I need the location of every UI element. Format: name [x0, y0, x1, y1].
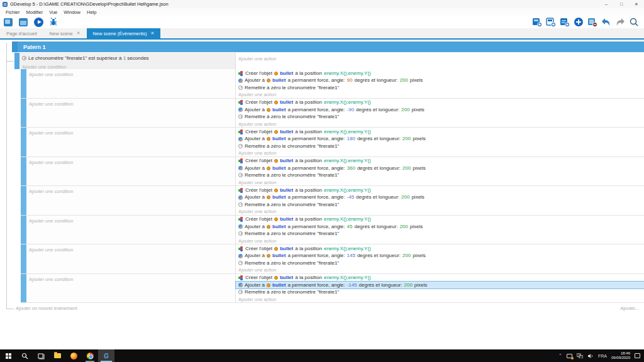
add-subevent-icon[interactable] [546, 17, 556, 27]
debug-icon[interactable] [48, 17, 58, 27]
action-create-object[interactable]: Créer l'objet bullet à la position enemy… [236, 158, 644, 165]
add-event-icon[interactable] [532, 17, 542, 27]
volume-icon[interactable] [587, 353, 594, 359]
add-condition-link[interactable]: Ajouter une condition [26, 99, 235, 107]
action-reset-timer[interactable]: Remettre à zéro le chronomètre "firerate… [236, 172, 644, 178]
add-action-link[interactable]: Ajouter une action [236, 150, 644, 156]
chrome-button[interactable] [82, 349, 98, 362]
redo-icon[interactable] [615, 17, 625, 27]
add-action-link[interactable]: Ajouter une action [236, 208, 644, 215]
conditions-cell[interactable]: Ajouter une condition [26, 244, 236, 273]
add-action-link[interactable]: Ajouter une action [236, 121, 644, 128]
event-drag-handle[interactable] [21, 244, 26, 273]
actions-cell[interactable]: Ajouter une action [236, 53, 644, 69]
conditions-cell[interactable]: Ajouter une condition [26, 186, 236, 215]
close-button[interactable]: ✕ [629, 0, 644, 8]
menu-help[interactable]: Help [84, 9, 99, 15]
delete-event-icon[interactable] [587, 17, 597, 27]
menu-vue[interactable]: Vue [46, 9, 60, 15]
clock[interactable]: 18:46 09/09/2020 [611, 351, 630, 360]
gdevelop-taskbar-button[interactable]: G [98, 349, 114, 362]
action-add-force[interactable]: Ajouter à bullet a permanent force, angl… [236, 135, 644, 142]
add-condition-link[interactable]: Ajouter une condition [26, 128, 235, 136]
language-indicator[interactable]: FRA [598, 354, 607, 358]
action-reset-timer[interactable]: Remettre à zéro le chronomètre "firerate… [236, 113, 644, 120]
add-condition-link[interactable]: Ajouter une condition [26, 186, 235, 195]
action-reset-timer[interactable]: Remettre à zéro le chronomètre "firerate… [236, 288, 644, 295]
action-create-object[interactable]: Créer l'objet bullet à la position enemy… [236, 245, 644, 252]
tab-close-icon[interactable]: ✕ [150, 31, 154, 36]
firefox-button[interactable] [65, 349, 82, 362]
add-condition-link[interactable]: Ajouter une condition [26, 274, 235, 283]
add-event-link[interactable]: Ajouter un nouvel évènement [16, 305, 77, 311]
add-comment-icon[interactable] [560, 17, 570, 27]
conditions-cell[interactable]: Ajouter une condition [26, 216, 236, 244]
tab-new-scene-events[interactable]: New scene (Évènements) ✕ [87, 28, 161, 38]
event-drag-handle[interactable] [21, 157, 26, 186]
search-icon[interactable] [629, 17, 639, 27]
add-condition-link[interactable]: Ajouter une condition [26, 69, 235, 78]
action-add-force[interactable]: Ajouter à bullet a permanent force, angl… [236, 106, 644, 113]
conditions-cell[interactable]: Ajouter une condition [26, 274, 236, 303]
add-circle-icon[interactable] [574, 17, 584, 27]
event-drag-handle[interactable] [21, 99, 26, 128]
conditions-cell[interactable]: Ajouter une condition [26, 99, 236, 128]
action-create-object[interactable]: Créer l'objet bullet à la position enemy… [236, 216, 644, 223]
add-condition-link[interactable]: Ajouter une condition [26, 244, 235, 253]
file-explorer-button[interactable] [49, 349, 65, 362]
minimize-button[interactable]: – [599, 0, 614, 8]
action-add-force[interactable]: Ajouter à bullet a permanent force, angl… [236, 194, 644, 200]
conditions-cell[interactable]: Ajouter une condition [26, 69, 236, 98]
add-action-link[interactable]: Ajouter une action [236, 53, 644, 62]
action-add-force[interactable]: Ajouter à bullet a permanent force, angl… [236, 223, 644, 230]
add-action-link[interactable]: Ajouter une action [236, 238, 644, 244]
action-create-object[interactable]: Créer l'objet bullet à la position enemy… [236, 275, 644, 282]
conditions-cell[interactable]: Le chronomètre "firerate1" est supérieur… [19, 53, 236, 69]
tab-new-scene[interactable]: New scene ✕ [43, 28, 87, 38]
preview-icon[interactable] [33, 17, 43, 27]
add-condition-link[interactable]: Ajouter une condition [26, 157, 235, 166]
undo-icon[interactable] [601, 17, 611, 27]
add-action-link[interactable]: Ajouter une action [236, 91, 644, 98]
menu-modifier[interactable]: Modifier [23, 9, 47, 15]
menu-window[interactable]: Window [60, 9, 84, 15]
action-add-force[interactable]: Ajouter à bullet a permanent force, angl… [236, 252, 644, 259]
conditions-cell[interactable]: Ajouter une condition [26, 157, 236, 186]
task-view-button[interactable] [33, 349, 49, 362]
tab-close-icon[interactable]: ✕ [77, 31, 80, 36]
network-icon[interactable] [577, 353, 583, 358]
action-add-force[interactable]: Ajouter à bullet a permanent force, angl… [236, 282, 644, 288]
tray-chevron-icon[interactable]: ⌃ [558, 353, 562, 358]
action-create-object[interactable]: Créer l'objet bullet à la position enemy… [236, 128, 644, 135]
action-reset-timer[interactable]: Remettre à zéro le chronomètre "firerate… [236, 143, 644, 150]
menu-fichier[interactable]: Fichier [3, 9, 23, 15]
event-drag-handle[interactable] [21, 69, 26, 98]
add-action-link[interactable]: Ajouter une action [236, 266, 644, 273]
add-action-link[interactable]: Ajouter une action [236, 296, 644, 303]
conditions-cell[interactable]: Ajouter une condition [26, 128, 236, 156]
maximize-button[interactable]: □ [614, 0, 629, 8]
event-drag-handle[interactable] [12, 41, 18, 52]
action-reset-timer[interactable]: Remettre à zéro le chronomètre "firerate… [236, 84, 644, 91]
add-action-link[interactable]: Ajouter une action [236, 179, 644, 186]
add-more-link[interactable]: Ajouter... [620, 305, 639, 311]
action-reset-timer[interactable]: Remettre à zéro le chronomètre "firerate… [236, 230, 644, 237]
action-reset-timer[interactable]: Remettre à zéro le chronomètre "firerate… [236, 201, 644, 208]
tray-app-icon[interactable] [567, 354, 572, 358]
tab-page-accueil[interactable]: Page d'accueil [0, 28, 43, 38]
event-group-header[interactable]: Patern 1 [12, 41, 644, 52]
action-center-icon[interactable] [635, 353, 640, 358]
condition-timer[interactable]: Le chronomètre "firerate1" est supérieur… [19, 53, 235, 62]
taskbar-search-button[interactable] [16, 349, 33, 362]
action-add-force[interactable]: Ajouter à bullet a permanent force, angl… [236, 77, 644, 84]
event-drag-handle[interactable] [21, 186, 26, 215]
event-drag-handle[interactable] [21, 128, 26, 156]
add-condition-link[interactable]: Ajouter une condition [26, 216, 235, 224]
event-drag-handle[interactable] [21, 274, 26, 303]
event-drag-handle[interactable] [21, 216, 26, 244]
event-drag-handle[interactable] [14, 53, 19, 69]
action-reset-timer[interactable]: Remettre à zéro le chronomètre "firerate… [236, 260, 644, 266]
action-create-object[interactable]: Créer l'objet bullet à la position enemy… [236, 187, 644, 194]
project-manager-icon[interactable] [3, 17, 13, 27]
start-button[interactable] [0, 349, 16, 362]
